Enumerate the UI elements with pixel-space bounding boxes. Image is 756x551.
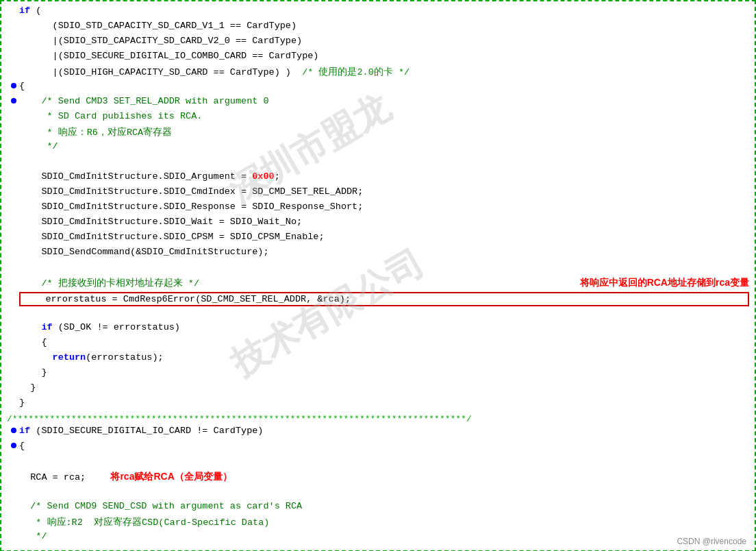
- code-line-blank1: [1, 156, 755, 171]
- line-gutter: [7, 82, 16, 91]
- code-line-v1: (SDIO_STD_CAPACITY_SD_CARD_V1_1 == CardT…: [1, 21, 755, 36]
- code-line-sendcmd: SDIO_SendCommand(&SDIO_CmdInitStructure)…: [1, 247, 755, 262]
- code-line-rca-comment: /* 把接收到的卡相对地址存起来 */ 将响应中返回的RCA地址存储到rca变量: [1, 277, 755, 292]
- code-line-rca-assign: RCA = rca; 将rca赋给RCA（全局变量）: [1, 471, 755, 486]
- code-line-errorstatus: errorstatus = CmdResp6Error(SD_CMD_SET_R…: [1, 292, 755, 307]
- code-line-if-sdok: if (SD_OK != errorstatus): [1, 322, 755, 337]
- code-line-comment2: * SD Card publishes its RCA.: [1, 111, 755, 126]
- csdn-label: CSDN @rivencode: [677, 537, 746, 546]
- code-line-comment1: /* Send CMD3 SET_REL_ADDR with argument …: [1, 96, 755, 111]
- code-line-comment4: */: [1, 141, 755, 156]
- line-gutter: [7, 441, 16, 451]
- code-line-brace-open-2: {: [1, 337, 755, 352]
- code-line-cmd9-comment3: */: [1, 531, 755, 546]
- code-line-if-secure: if (SDIO_SECURE_DIGITAL_IO_CARD != CardT…: [1, 426, 755, 441]
- code-line-cmd9-comment1: /* Send CMD9 SEND_CSD with argument as c…: [1, 501, 755, 516]
- line-gutter: [7, 426, 16, 436]
- code-container: 深圳市盟龙 技术有限公司 if ( (SDIO_STD_CAPACITY_SD_…: [0, 0, 756, 551]
- code-line-cmdindex: SDIO_CmdInitStructure.SDIO_CmdIndex = SD…: [1, 186, 755, 201]
- code-line-if-start: if (: [1, 5, 755, 21]
- code-line-blank3: [1, 307, 755, 322]
- code-line-blank2: [1, 262, 755, 277]
- code-line-cmd9-comment2: * 响应:R2 对应寄存器CSD(Card-Specific Data): [1, 516, 755, 531]
- code-line-brace-open-1: {: [1, 81, 755, 96]
- separator-stars: /***************************************…: [1, 413, 755, 426]
- annotation-rca: 将响应中返回的RCA地址存储到rca变量: [580, 277, 749, 289]
- code-line-wait: SDIO_CmdInitStructure.SDIO_Wait = SDIO_W…: [1, 217, 755, 232]
- code-line-combo: |(SDIO_SECURE_DIGITAL_IO_COMBO_CARD == C…: [1, 51, 755, 66]
- code-line-v2: |(SDIO_STD_CAPACITY_SD_CARD_V2_0 == Card…: [1, 36, 755, 51]
- annotation-rca2: 将rca赋给RCA（全局变量）: [110, 471, 231, 482]
- code-line-response: SDIO_CmdInitStructure.SDIO_Response = SD…: [1, 201, 755, 217]
- code-line-brace-close-main: }: [1, 397, 755, 413]
- code-line-arg: SDIO_CmdInitStructure.SDIO_Argument = 0x…: [1, 171, 755, 186]
- line-gutter: [7, 97, 16, 106]
- code-line-cpsm: SDIO_CmdInitStructure.SDIO_CPSM = SDIO_C…: [1, 232, 755, 247]
- code-line-high-cap: |(SDIO_HIGH_CAPACITY_SD_CARD == CardType…: [1, 66, 755, 81]
- code-line-comment3: * 响应：R6，对应RCA寄存器: [1, 126, 755, 141]
- code-line-brace-close-outer: }: [1, 382, 755, 397]
- code-line-brace-open-3: {: [1, 441, 755, 456]
- code-line-brace-close-inner: }: [1, 367, 755, 382]
- code-line-blank5: [1, 486, 755, 501]
- code-line-blank4: [1, 456, 755, 471]
- code-line-return: return(errorstatus);: [1, 352, 755, 367]
